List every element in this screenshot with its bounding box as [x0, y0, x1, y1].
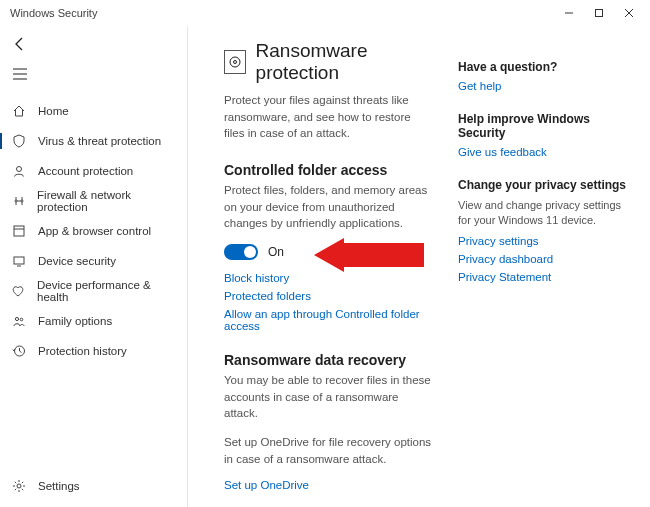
- sidebar-item-label: Protection history: [38, 345, 127, 357]
- minimize-button[interactable]: [554, 0, 584, 26]
- onedrive-desc: Set up OneDrive for file recovery option…: [224, 434, 434, 467]
- sidebar: Home Virus & threat protection Account p…: [0, 26, 188, 507]
- history-icon: [10, 344, 28, 358]
- page-title: Ransomware protection: [256, 40, 434, 84]
- annotation-arrow: [314, 238, 424, 272]
- cfa-title: Controlled folder access: [224, 162, 434, 178]
- right-column: Have a question? Get help Help improve W…: [458, 40, 632, 507]
- nav-list: Home Virus & threat protection Account p…: [0, 96, 187, 471]
- sidebar-item-family[interactable]: Family options: [0, 306, 187, 336]
- svg-point-2: [15, 200, 17, 202]
- svg-point-11: [233, 61, 236, 64]
- gear-icon: [10, 479, 28, 493]
- link-privacy-statement[interactable]: Privacy Statement: [458, 271, 632, 283]
- svg-rect-4: [14, 226, 24, 236]
- window-title: Windows Security: [6, 7, 554, 19]
- svg-point-9: [17, 484, 21, 488]
- home-icon: [10, 104, 28, 118]
- right-privacy-desc: View and change privacy settings for you…: [458, 198, 628, 229]
- link-privacy-settings[interactable]: Privacy settings: [458, 235, 632, 247]
- sidebar-item-label: Home: [38, 105, 69, 117]
- page-subtitle: Protect your files against threats like …: [224, 92, 434, 142]
- device-security-icon: [10, 254, 28, 268]
- sidebar-item-history[interactable]: Protection history: [0, 336, 187, 366]
- sidebar-item-label: Device security: [38, 255, 116, 267]
- sidebar-item-device-security[interactable]: Device security: [0, 246, 187, 276]
- shield-icon: [10, 134, 28, 148]
- right-privacy-title: Change your privacy settings: [458, 178, 632, 192]
- cfa-toggle[interactable]: [224, 244, 258, 260]
- cfa-toggle-label: On: [268, 245, 284, 259]
- sidebar-item-performance[interactable]: Device performance & health: [0, 276, 187, 306]
- right-improve-title: Help improve Windows Security: [458, 112, 632, 140]
- ransomware-icon: [224, 50, 246, 74]
- cfa-desc: Protect files, folders, and memory areas…: [224, 182, 434, 232]
- sidebar-item-label: App & browser control: [38, 225, 151, 237]
- main-panel: Ransomware protection Protect your files…: [188, 26, 650, 507]
- link-get-help[interactable]: Get help: [458, 80, 632, 92]
- recovery-title: Ransomware data recovery: [224, 352, 434, 368]
- heart-icon: [10, 284, 27, 298]
- svg-point-3: [21, 200, 23, 202]
- svg-point-10: [230, 57, 240, 67]
- link-setup-onedrive[interactable]: Set up OneDrive: [224, 479, 434, 491]
- sidebar-item-label: Account protection: [38, 165, 133, 177]
- link-feedback[interactable]: Give us feedback: [458, 146, 632, 158]
- sidebar-item-settings[interactable]: Settings: [0, 471, 187, 501]
- app-browser-icon: [10, 224, 28, 238]
- account-icon: [10, 164, 28, 178]
- sidebar-item-label: Device performance & health: [37, 279, 177, 303]
- right-question-title: Have a question?: [458, 60, 632, 74]
- link-protected-folders[interactable]: Protected folders: [224, 290, 434, 302]
- recovery-desc: You may be able to recover files in thes…: [224, 372, 434, 422]
- firewall-icon: [10, 194, 27, 208]
- svg-point-6: [15, 317, 18, 320]
- sidebar-item-virus-threat[interactable]: Virus & threat protection: [0, 126, 187, 156]
- svg-rect-0: [596, 10, 603, 17]
- content-column: Ransomware protection Protect your files…: [224, 40, 458, 507]
- hamburger-button[interactable]: [4, 62, 36, 86]
- sidebar-item-app-browser[interactable]: App & browser control: [0, 216, 187, 246]
- back-button[interactable]: [4, 30, 36, 58]
- sidebar-item-firewall[interactable]: Firewall & network protection: [0, 186, 187, 216]
- sidebar-item-account[interactable]: Account protection: [0, 156, 187, 186]
- title-bar: Windows Security: [0, 0, 650, 26]
- sidebar-item-label: Firewall & network protection: [37, 189, 177, 213]
- family-icon: [10, 314, 28, 328]
- sidebar-item-home[interactable]: Home: [0, 96, 187, 126]
- maximize-button[interactable]: [584, 0, 614, 26]
- svg-point-7: [20, 318, 23, 321]
- link-privacy-dashboard[interactable]: Privacy dashboard: [458, 253, 632, 265]
- sidebar-item-label: Virus & threat protection: [38, 135, 161, 147]
- sidebar-item-label: Settings: [38, 480, 80, 492]
- link-allow-app[interactable]: Allow an app through Controlled folder a…: [224, 308, 434, 332]
- close-button[interactable]: [614, 0, 644, 26]
- sidebar-item-label: Family options: [38, 315, 112, 327]
- svg-rect-5: [14, 257, 24, 264]
- link-block-history[interactable]: Block history: [224, 272, 434, 284]
- svg-point-1: [17, 167, 22, 172]
